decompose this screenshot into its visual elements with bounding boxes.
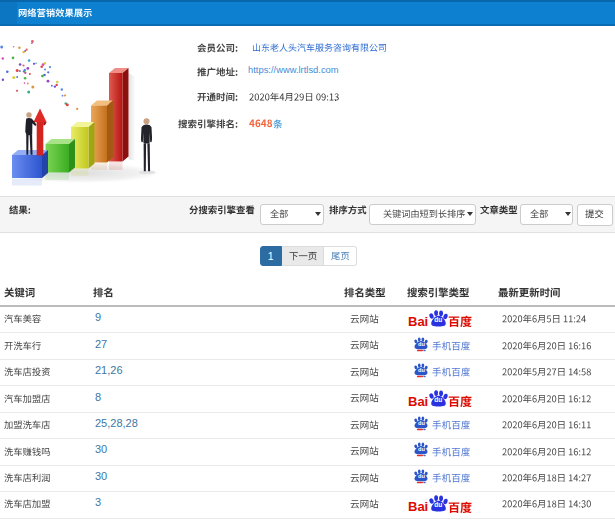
svg-text:du: du <box>434 317 442 324</box>
svg-text:du: du <box>418 420 425 426</box>
svg-text:du: du <box>434 396 442 403</box>
svg-text:du: du <box>418 446 425 452</box>
svg-text:du: du <box>418 367 425 373</box>
svg-text:Bai: Bai <box>408 393 428 408</box>
svg-text:Bai: Bai <box>408 314 428 329</box>
svg-text:du: du <box>418 341 425 347</box>
svg-text:du: du <box>418 473 425 479</box>
svg-text:Bai: Bai <box>408 499 428 514</box>
svg-text:du: du <box>434 502 442 509</box>
